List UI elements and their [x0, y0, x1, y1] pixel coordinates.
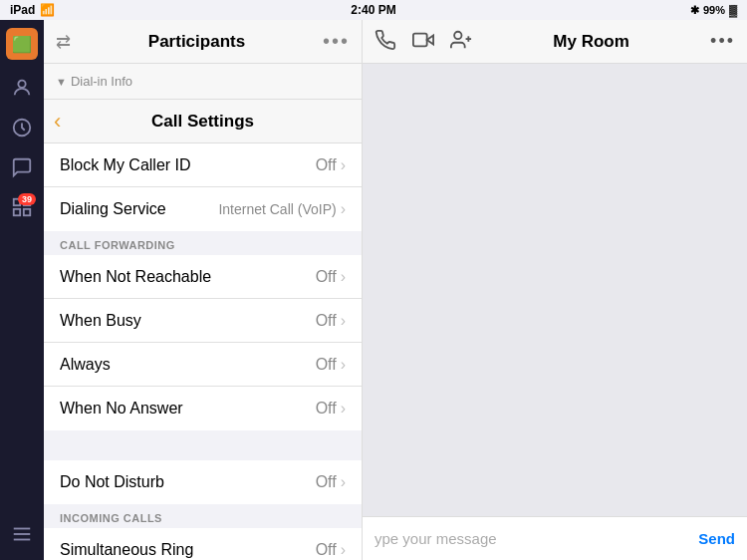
when-not-reachable-chevron: ›	[341, 268, 346, 286]
dnd-section: Do Not Disturb Off ›	[44, 460, 362, 504]
avatar-icon: 🟩	[12, 35, 32, 54]
svg-rect-4	[14, 209, 20, 215]
when-not-reachable-item[interactable]: When Not Reachable Off ›	[44, 255, 362, 299]
block-caller-id-value: Off	[316, 156, 337, 174]
caret-icon: ▼	[56, 76, 67, 88]
dialing-service-label: Dialing Service	[60, 200, 218, 218]
room-left-icons	[374, 29, 472, 55]
simultaneous-ring-value: Off	[316, 541, 337, 559]
participants-header: ⇄ Participants •••	[44, 20, 362, 64]
message-input-placeholder[interactable]: ype your message	[374, 530, 698, 547]
sidebar-item-chat[interactable]	[6, 151, 38, 183]
room-panel: My Room ••• ype your message Send	[363, 20, 747, 560]
carrier-label: iPad	[10, 3, 35, 17]
call-forwarding-section: When Not Reachable Off › When Busy Off ›…	[44, 255, 362, 430]
when-busy-item[interactable]: When Busy Off ›	[44, 299, 362, 343]
room-title: My Room	[472, 32, 710, 52]
simultaneous-ring-label: Simultaneous Ring	[60, 541, 316, 559]
add-participant-icon[interactable]	[450, 29, 472, 55]
call-forwarding-header: CALL FORWARDING	[44, 231, 362, 255]
time-label: 2:40 PM	[351, 3, 395, 17]
always-label: Always	[60, 356, 316, 374]
when-not-reachable-label: When Not Reachable	[60, 268, 316, 286]
dialing-service-chevron: ›	[341, 200, 346, 218]
sidebar-item-contacts[interactable]	[6, 72, 38, 104]
sidebar-menu-icon[interactable]	[11, 523, 33, 550]
when-busy-label: When Busy	[60, 312, 316, 330]
send-button[interactable]: Send	[698, 530, 735, 547]
when-no-answer-chevron: ›	[341, 400, 346, 418]
always-value: Off	[316, 356, 337, 374]
block-caller-id-item[interactable]: Block My Caller ID Off ›	[44, 143, 362, 187]
top-section: Block My Caller ID Off › Dialing Service…	[44, 143, 362, 231]
sidebar-item-apps[interactable]: 39	[6, 191, 38, 223]
sidebar-item-recents[interactable]	[6, 112, 38, 143]
settings-list: Block My Caller ID Off › Dialing Service…	[44, 143, 362, 560]
block-caller-id-label: Block My Caller ID	[60, 156, 316, 174]
phone-icon[interactable]	[374, 29, 396, 55]
dialing-service-item[interactable]: Dialing Service Internet Call (VoIP) ›	[44, 187, 362, 231]
always-chevron: ›	[341, 356, 346, 374]
when-no-answer-item[interactable]: When No Answer Off ›	[44, 387, 362, 430]
svg-rect-10	[413, 33, 427, 46]
when-not-reachable-value: Off	[316, 268, 337, 286]
wifi-icon: 📶	[40, 3, 55, 17]
room-footer: ype your message Send	[363, 516, 747, 560]
svg-rect-5	[24, 209, 30, 215]
dial-in-label: Dial-in Info	[71, 74, 132, 89]
room-more-button[interactable]: •••	[710, 31, 735, 52]
participants-more-button[interactable]: •••	[323, 30, 350, 53]
spacer-1	[44, 430, 362, 460]
status-bar: iPad 📶 2:40 PM ✱ 99% ▓	[0, 0, 747, 20]
dialing-service-value: Internet Call (VoIP)	[218, 201, 336, 217]
participants-panel: ⇄ Participants ••• ▼ Dial-in Info ‹ Call…	[44, 20, 363, 560]
block-caller-id-chevron: ›	[341, 156, 346, 174]
simultaneous-ring-item[interactable]: Simultaneous Ring Off ›	[44, 528, 362, 560]
incoming-calls-section: Simultaneous Ring Off ›	[44, 528, 362, 560]
back-button[interactable]: ‹	[54, 109, 61, 135]
main-layout: 🟩 39	[0, 20, 747, 560]
battery-label: 99%	[703, 4, 725, 16]
always-item[interactable]: Always Off ›	[44, 343, 362, 387]
sidebar: 🟩 39	[0, 20, 44, 560]
split-icon[interactable]: ⇄	[56, 31, 71, 53]
svg-point-11	[454, 31, 461, 38]
do-not-disturb-chevron: ›	[341, 473, 346, 491]
svg-point-0	[18, 81, 25, 88]
when-no-answer-label: When No Answer	[60, 400, 316, 418]
call-settings-header: ‹ Call Settings	[44, 100, 362, 143]
when-busy-chevron: ›	[341, 312, 346, 330]
simultaneous-ring-chevron: ›	[341, 541, 346, 559]
room-body	[363, 64, 747, 516]
bluetooth-icon: ✱	[690, 4, 699, 17]
sidebar-avatar[interactable]: 🟩	[6, 28, 38, 60]
svg-marker-9	[427, 35, 433, 44]
participants-title: Participants	[71, 32, 323, 52]
do-not-disturb-item[interactable]: Do Not Disturb Off ›	[44, 460, 362, 504]
do-not-disturb-value: Off	[316, 473, 337, 491]
when-no-answer-value: Off	[316, 400, 337, 418]
when-busy-value: Off	[316, 312, 337, 330]
room-header: My Room •••	[363, 20, 747, 64]
call-settings-title: Call Settings	[151, 112, 254, 132]
incoming-calls-header: INCOMING CALLS	[44, 504, 362, 528]
battery-icon: ▓	[729, 4, 737, 16]
dial-in-subheader[interactable]: ▼ Dial-in Info	[44, 64, 362, 100]
do-not-disturb-label: Do Not Disturb	[60, 473, 316, 491]
apps-badge: 39	[18, 193, 36, 205]
video-icon[interactable]	[412, 29, 434, 55]
